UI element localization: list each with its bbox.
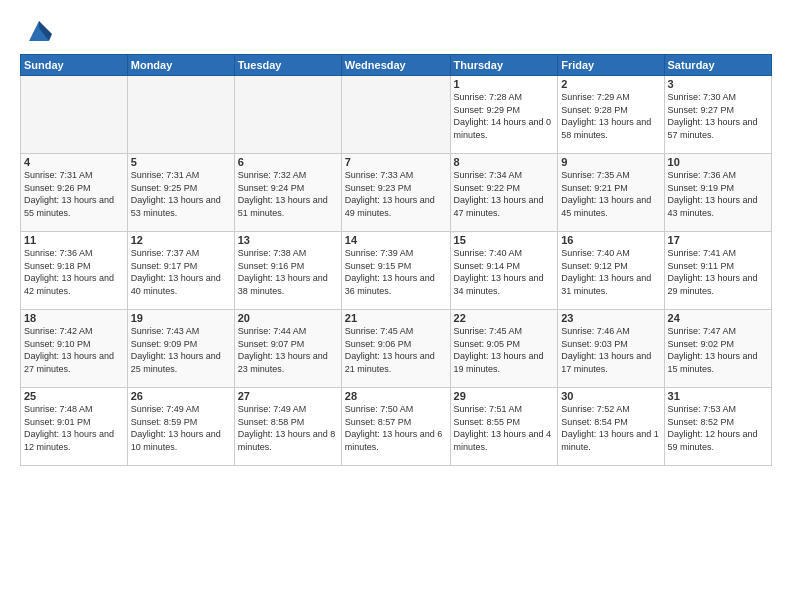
calendar-cell-6: 6Sunrise: 7:32 AMSunset: 9:24 PMDaylight… <box>234 154 341 232</box>
calendar-cell-27: 27Sunrise: 7:49 AMSunset: 8:58 PMDayligh… <box>234 388 341 466</box>
day-info: Sunrise: 7:38 AMSunset: 9:16 PMDaylight:… <box>238 247 338 297</box>
day-info: Sunrise: 7:30 AMSunset: 9:27 PMDaylight:… <box>668 91 768 141</box>
day-number: 29 <box>454 390 555 402</box>
day-number: 23 <box>561 312 660 324</box>
day-number: 17 <box>668 234 768 246</box>
day-info: Sunrise: 7:49 AMSunset: 8:59 PMDaylight:… <box>131 403 231 453</box>
day-number: 13 <box>238 234 338 246</box>
page-header <box>20 16 772 46</box>
calendar-cell-1: 1Sunrise: 7:28 AMSunset: 9:29 PMDaylight… <box>450 76 558 154</box>
calendar-cell-23: 23Sunrise: 7:46 AMSunset: 9:03 PMDayligh… <box>558 310 664 388</box>
day-number: 6 <box>238 156 338 168</box>
calendar-cell-28: 28Sunrise: 7:50 AMSunset: 8:57 PMDayligh… <box>341 388 450 466</box>
calendar-cell-22: 22Sunrise: 7:45 AMSunset: 9:05 PMDayligh… <box>450 310 558 388</box>
day-number: 22 <box>454 312 555 324</box>
day-info: Sunrise: 7:41 AMSunset: 9:11 PMDaylight:… <box>668 247 768 297</box>
day-number: 2 <box>561 78 660 90</box>
calendar-cell-15: 15Sunrise: 7:40 AMSunset: 9:14 PMDayligh… <box>450 232 558 310</box>
weekday-header-sunday: Sunday <box>21 55 128 76</box>
calendar-cell-12: 12Sunrise: 7:37 AMSunset: 9:17 PMDayligh… <box>127 232 234 310</box>
day-info: Sunrise: 7:42 AMSunset: 9:10 PMDaylight:… <box>24 325 124 375</box>
calendar-cell-24: 24Sunrise: 7:47 AMSunset: 9:02 PMDayligh… <box>664 310 771 388</box>
day-info: Sunrise: 7:34 AMSunset: 9:22 PMDaylight:… <box>454 169 555 219</box>
day-number: 5 <box>131 156 231 168</box>
day-number: 8 <box>454 156 555 168</box>
calendar-cell-2: 2Sunrise: 7:29 AMSunset: 9:28 PMDaylight… <box>558 76 664 154</box>
calendar-cell-empty-0-3 <box>341 76 450 154</box>
day-number: 3 <box>668 78 768 90</box>
day-number: 7 <box>345 156 447 168</box>
calendar-cell-21: 21Sunrise: 7:45 AMSunset: 9:06 PMDayligh… <box>341 310 450 388</box>
day-number: 30 <box>561 390 660 402</box>
day-info: Sunrise: 7:29 AMSunset: 9:28 PMDaylight:… <box>561 91 660 141</box>
weekday-header-saturday: Saturday <box>664 55 771 76</box>
day-info: Sunrise: 7:31 AMSunset: 9:26 PMDaylight:… <box>24 169 124 219</box>
day-info: Sunrise: 7:45 AMSunset: 9:05 PMDaylight:… <box>454 325 555 375</box>
day-info: Sunrise: 7:44 AMSunset: 9:07 PMDaylight:… <box>238 325 338 375</box>
day-info: Sunrise: 7:53 AMSunset: 8:52 PMDaylight:… <box>668 403 768 453</box>
day-number: 25 <box>24 390 124 402</box>
day-number: 10 <box>668 156 768 168</box>
weekday-header-thursday: Thursday <box>450 55 558 76</box>
day-info: Sunrise: 7:43 AMSunset: 9:09 PMDaylight:… <box>131 325 231 375</box>
day-number: 15 <box>454 234 555 246</box>
day-info: Sunrise: 7:45 AMSunset: 9:06 PMDaylight:… <box>345 325 447 375</box>
calendar-cell-8: 8Sunrise: 7:34 AMSunset: 9:22 PMDaylight… <box>450 154 558 232</box>
calendar-cell-20: 20Sunrise: 7:44 AMSunset: 9:07 PMDayligh… <box>234 310 341 388</box>
week-row-5: 25Sunrise: 7:48 AMSunset: 9:01 PMDayligh… <box>21 388 772 466</box>
calendar-table: SundayMondayTuesdayWednesdayThursdayFrid… <box>20 54 772 466</box>
calendar-cell-14: 14Sunrise: 7:39 AMSunset: 9:15 PMDayligh… <box>341 232 450 310</box>
week-row-1: 1Sunrise: 7:28 AMSunset: 9:29 PMDaylight… <box>21 76 772 154</box>
calendar-cell-3: 3Sunrise: 7:30 AMSunset: 9:27 PMDaylight… <box>664 76 771 154</box>
calendar-cell-10: 10Sunrise: 7:36 AMSunset: 9:19 PMDayligh… <box>664 154 771 232</box>
weekday-header-friday: Friday <box>558 55 664 76</box>
week-row-2: 4Sunrise: 7:31 AMSunset: 9:26 PMDaylight… <box>21 154 772 232</box>
day-info: Sunrise: 7:48 AMSunset: 9:01 PMDaylight:… <box>24 403 124 453</box>
day-info: Sunrise: 7:32 AMSunset: 9:24 PMDaylight:… <box>238 169 338 219</box>
day-info: Sunrise: 7:51 AMSunset: 8:55 PMDaylight:… <box>454 403 555 453</box>
day-info: Sunrise: 7:36 AMSunset: 9:18 PMDaylight:… <box>24 247 124 297</box>
day-number: 12 <box>131 234 231 246</box>
calendar-cell-18: 18Sunrise: 7:42 AMSunset: 9:10 PMDayligh… <box>21 310 128 388</box>
day-info: Sunrise: 7:46 AMSunset: 9:03 PMDaylight:… <box>561 325 660 375</box>
day-number: 14 <box>345 234 447 246</box>
day-number: 11 <box>24 234 124 246</box>
day-number: 1 <box>454 78 555 90</box>
calendar-cell-25: 25Sunrise: 7:48 AMSunset: 9:01 PMDayligh… <box>21 388 128 466</box>
weekday-header-wednesday: Wednesday <box>341 55 450 76</box>
day-number: 19 <box>131 312 231 324</box>
day-info: Sunrise: 7:35 AMSunset: 9:21 PMDaylight:… <box>561 169 660 219</box>
calendar-cell-9: 9Sunrise: 7:35 AMSunset: 9:21 PMDaylight… <box>558 154 664 232</box>
calendar-page: SundayMondayTuesdayWednesdayThursdayFrid… <box>0 0 792 612</box>
calendar-cell-31: 31Sunrise: 7:53 AMSunset: 8:52 PMDayligh… <box>664 388 771 466</box>
day-number: 28 <box>345 390 447 402</box>
calendar-cell-empty-0-2 <box>234 76 341 154</box>
day-info: Sunrise: 7:28 AMSunset: 9:29 PMDaylight:… <box>454 91 555 141</box>
day-info: Sunrise: 7:31 AMSunset: 9:25 PMDaylight:… <box>131 169 231 219</box>
calendar-cell-5: 5Sunrise: 7:31 AMSunset: 9:25 PMDaylight… <box>127 154 234 232</box>
weekday-header-tuesday: Tuesday <box>234 55 341 76</box>
day-number: 18 <box>24 312 124 324</box>
day-info: Sunrise: 7:37 AMSunset: 9:17 PMDaylight:… <box>131 247 231 297</box>
day-number: 9 <box>561 156 660 168</box>
calendar-cell-26: 26Sunrise: 7:49 AMSunset: 8:59 PMDayligh… <box>127 388 234 466</box>
day-number: 20 <box>238 312 338 324</box>
day-number: 26 <box>131 390 231 402</box>
day-number: 4 <box>24 156 124 168</box>
calendar-cell-empty-0-0 <box>21 76 128 154</box>
day-number: 24 <box>668 312 768 324</box>
calendar-cell-4: 4Sunrise: 7:31 AMSunset: 9:26 PMDaylight… <box>21 154 128 232</box>
day-info: Sunrise: 7:49 AMSunset: 8:58 PMDaylight:… <box>238 403 338 453</box>
calendar-cell-29: 29Sunrise: 7:51 AMSunset: 8:55 PMDayligh… <box>450 388 558 466</box>
calendar-cell-30: 30Sunrise: 7:52 AMSunset: 8:54 PMDayligh… <box>558 388 664 466</box>
week-row-3: 11Sunrise: 7:36 AMSunset: 9:18 PMDayligh… <box>21 232 772 310</box>
calendar-cell-7: 7Sunrise: 7:33 AMSunset: 9:23 PMDaylight… <box>341 154 450 232</box>
calendar-cell-17: 17Sunrise: 7:41 AMSunset: 9:11 PMDayligh… <box>664 232 771 310</box>
week-row-4: 18Sunrise: 7:42 AMSunset: 9:10 PMDayligh… <box>21 310 772 388</box>
calendar-cell-empty-0-1 <box>127 76 234 154</box>
calendar-cell-13: 13Sunrise: 7:38 AMSunset: 9:16 PMDayligh… <box>234 232 341 310</box>
day-info: Sunrise: 7:33 AMSunset: 9:23 PMDaylight:… <box>345 169 447 219</box>
day-info: Sunrise: 7:40 AMSunset: 9:12 PMDaylight:… <box>561 247 660 297</box>
day-info: Sunrise: 7:50 AMSunset: 8:57 PMDaylight:… <box>345 403 447 453</box>
calendar-cell-19: 19Sunrise: 7:43 AMSunset: 9:09 PMDayligh… <box>127 310 234 388</box>
